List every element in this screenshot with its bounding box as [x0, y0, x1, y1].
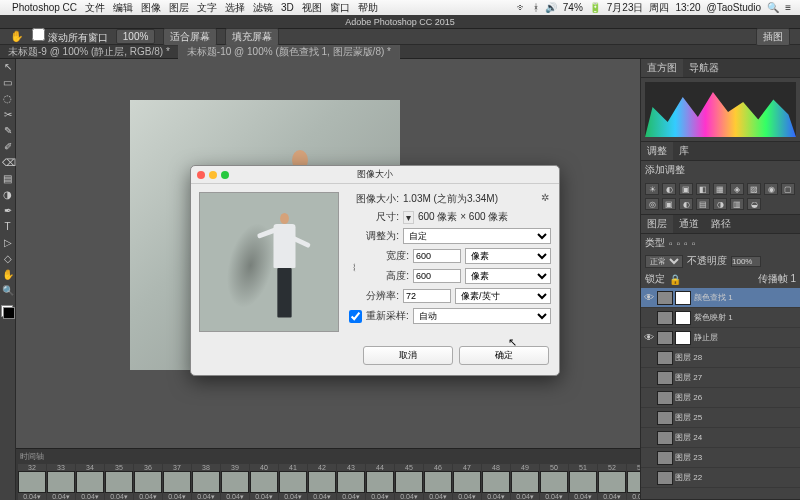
visibility-icon[interactable]: 👁	[643, 332, 655, 343]
width-unit-select[interactable]: 像素	[465, 248, 551, 264]
opacity-input[interactable]	[731, 256, 761, 267]
menu-3D[interactable]: 3D	[281, 2, 294, 13]
timeline-frame[interactable]: 410.04▾	[279, 464, 307, 500]
timeline-frame[interactable]: 430.04▾	[337, 464, 365, 500]
tool-icon[interactable]: ▷	[2, 237, 14, 249]
timeline-frame[interactable]: 360.04▾	[134, 464, 162, 500]
menu-图层[interactable]: 图层	[169, 2, 189, 13]
timeline-frame[interactable]: 400.04▾	[250, 464, 278, 500]
adj-icon[interactable]: ◒	[747, 198, 761, 210]
bluetooth-icon[interactable]: ᚼ	[533, 2, 539, 13]
ok-button[interactable]: 确定	[459, 346, 549, 365]
search-icon[interactable]: 🔍	[767, 2, 779, 13]
width-input[interactable]	[413, 249, 461, 263]
document-tab[interactable]: 未标题-9 @ 100% (静止层, RGB/8) *	[0, 45, 179, 59]
res-unit-select[interactable]: 像素/英寸	[455, 288, 551, 304]
tool-icon[interactable]: ⌫	[2, 157, 14, 169]
timeline-frame[interactable]: 490.04▾	[511, 464, 539, 500]
adj-icon[interactable]: ▣	[679, 183, 693, 195]
layer-row[interactable]: 图层 22	[641, 468, 800, 488]
menu-视图[interactable]: 视图	[302, 2, 322, 13]
filter-icon[interactable]: ▫	[684, 238, 688, 249]
app-name[interactable]: Photoshop CC	[12, 2, 77, 13]
wifi-icon[interactable]: ᯤ	[517, 2, 527, 13]
resample-select[interactable]: 自动	[413, 308, 551, 324]
tool-icon[interactable]: 🔍	[2, 285, 14, 297]
lock-icon[interactable]: 🔒	[669, 274, 681, 285]
tool-icon[interactable]: ✋	[2, 269, 14, 281]
fit-select[interactable]: 自定	[403, 228, 551, 244]
tool-icon[interactable]: ◌	[2, 93, 14, 105]
adj-icon[interactable]: ◧	[696, 183, 710, 195]
menu-选择[interactable]: 选择	[225, 2, 245, 13]
tool-icon[interactable]: ▤	[2, 173, 14, 185]
propagate-label[interactable]: 传播帧 1	[758, 272, 796, 286]
menu-icon[interactable]: ≡	[785, 2, 791, 13]
menu-文件[interactable]: 文件	[85, 2, 105, 13]
hand-tool-icon[interactable]: ✋	[10, 30, 24, 43]
fill-screen-button[interactable]: 填充屏幕	[225, 28, 279, 46]
tool-icon[interactable]: ▭	[2, 77, 14, 89]
timeline-frame[interactable]: 320.04▾	[18, 464, 46, 500]
document-tab[interactable]: 未标题-10 @ 100% (颜色查找 1, 图层蒙版/8) *	[179, 45, 400, 59]
layer-row[interactable]: 紫色映射 1	[641, 308, 800, 328]
layer-row[interactable]: 图层 25	[641, 408, 800, 428]
tool-icon[interactable]: ◑	[2, 189, 14, 201]
tab-channels[interactable]: 通道	[673, 215, 705, 233]
adj-icon[interactable]: ▤	[696, 198, 710, 210]
menu-编辑[interactable]: 编辑	[113, 2, 133, 13]
layer-row[interactable]: 👁静止层	[641, 328, 800, 348]
timeline-frame[interactable]: 370.04▾	[163, 464, 191, 500]
timeline-frame[interactable]: 330.04▾	[47, 464, 75, 500]
zoom-level[interactable]: 100%	[116, 29, 156, 44]
cancel-button[interactable]: 取消	[363, 346, 453, 365]
menu-帮助[interactable]: 帮助	[358, 2, 378, 13]
scroll-all-checkbox[interactable]: 滚动所有窗口	[32, 28, 108, 45]
adj-icon[interactable]: ▦	[713, 183, 727, 195]
menu-文字[interactable]: 文字	[197, 2, 217, 13]
timeline-frame[interactable]: 470.04▾	[453, 464, 481, 500]
tool-icon[interactable]: ✎	[2, 125, 14, 137]
timeline-frame[interactable]: 500.04▾	[540, 464, 568, 500]
resample-checkbox[interactable]	[349, 310, 362, 323]
tab-library[interactable]: 库	[673, 142, 695, 160]
gear-icon[interactable]: ✲	[541, 192, 549, 203]
timeline-frame[interactable]: 450.04▾	[395, 464, 423, 500]
adj-icon[interactable]: ◉	[764, 183, 778, 195]
filter-icon[interactable]: ▫	[669, 238, 673, 249]
filter-icon[interactable]: ▫	[677, 238, 681, 249]
tab-histogram[interactable]: 直方图	[641, 59, 683, 77]
layer-row[interactable]: 图层 24	[641, 428, 800, 448]
layer-row[interactable]: 图层 26	[641, 388, 800, 408]
tool-icon[interactable]: T	[2, 221, 14, 233]
tab-navigator[interactable]: 导航器	[683, 59, 725, 77]
tool-icon[interactable]: ✐	[2, 141, 14, 153]
tool-icon[interactable]: ✒	[2, 205, 14, 217]
layer-row[interactable]: 图层 27	[641, 368, 800, 388]
tab-adjustments[interactable]: 调整	[641, 142, 673, 160]
adj-icon[interactable]: ◐	[662, 183, 676, 195]
adj-icon[interactable]: ▥	[730, 198, 744, 210]
timeline-frame[interactable]: 390.04▾	[221, 464, 249, 500]
timeline-frame[interactable]: 340.04▾	[76, 464, 104, 500]
blend-mode-select[interactable]: 正常	[645, 255, 683, 268]
timeline-frame[interactable]: 380.04▾	[192, 464, 220, 500]
visibility-icon[interactable]: 👁	[643, 292, 655, 303]
layer-row[interactable]: 图层 23	[641, 448, 800, 468]
menu-图像[interactable]: 图像	[141, 2, 161, 13]
timeline-frame[interactable]: 530.04▾	[627, 464, 640, 500]
tab-layers[interactable]: 图层	[641, 215, 673, 233]
adj-icon[interactable]: ▣	[662, 198, 676, 210]
height-input[interactable]	[413, 269, 461, 283]
pic-button[interactable]: 插图	[756, 28, 790, 46]
color-swatch[interactable]	[1, 305, 15, 319]
adj-icon[interactable]: ◐	[679, 198, 693, 210]
layer-row[interactable]: 图层 28	[641, 348, 800, 368]
timeline-frame[interactable]: 420.04▾	[308, 464, 336, 500]
timeline-frame[interactable]: 350.04▾	[105, 464, 133, 500]
timeline-frame[interactable]: 480.04▾	[482, 464, 510, 500]
height-unit-select[interactable]: 像素	[465, 268, 551, 284]
menu-user[interactable]: @TaoStudio	[707, 2, 762, 13]
adj-icon[interactable]: ▨	[747, 183, 761, 195]
menu-窗口[interactable]: 窗口	[330, 2, 350, 13]
